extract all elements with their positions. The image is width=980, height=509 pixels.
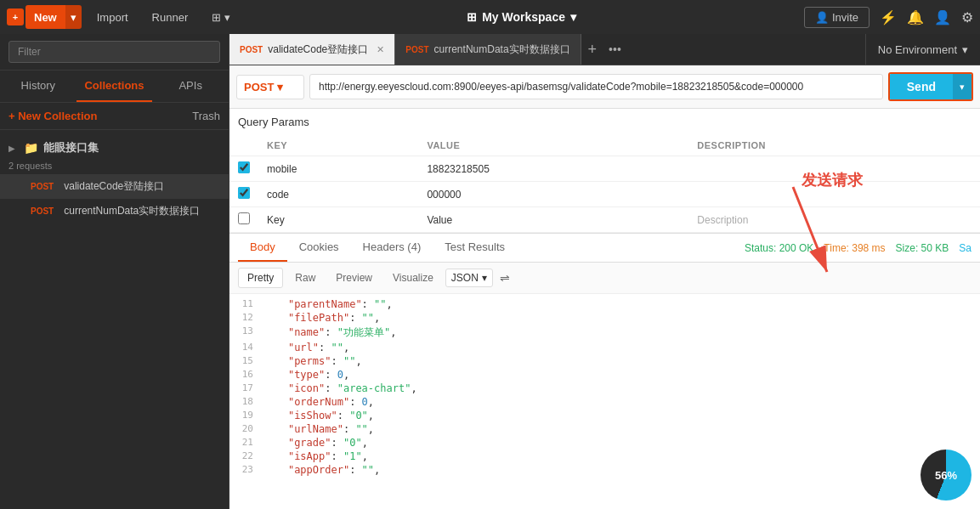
url-input[interactable]: [309, 74, 883, 99]
trash-button[interactable]: Trash: [192, 110, 220, 122]
no-environment-label: No Environment: [878, 43, 957, 56]
format-select[interactable]: JSON ▾: [445, 269, 493, 287]
send-dropdown-button[interactable]: ▾: [953, 74, 972, 99]
code-line: 22 "isApp": "1",: [229, 450, 980, 463]
send-btn-group: Send ▾: [888, 72, 973, 101]
param-key-1[interactable]: code: [258, 182, 418, 207]
method-chevron-icon: ▾: [277, 81, 283, 93]
code-line: 21 "grade": "0",: [229, 436, 980, 450]
sidebar-tab-history[interactable]: History: [0, 71, 76, 102]
query-params-title: Query Params: [229, 109, 980, 135]
request-item-0[interactable]: POST validateCode登陆接口: [0, 174, 229, 199]
code-toolbar: Pretty Raw Preview Visualize JSON ▾ ⇌: [229, 263, 980, 294]
request-item-1[interactable]: POST currentNumData实时数据接口: [0, 199, 229, 223]
status-text: Status: 200 OK: [745, 242, 813, 254]
status-info: Status: 200 OK Time: 398 ms Size: 50 KB …: [745, 242, 972, 254]
new-dropdown-button[interactable]: ▾: [65, 5, 82, 29]
widget-percent: 56%: [935, 469, 957, 482]
send-button[interactable]: Send: [890, 74, 953, 99]
request-bar: POST ▾ Send ▾: [229, 65, 980, 109]
code-view-visualize[interactable]: Visualize: [384, 269, 442, 287]
tabs-row-inner: POST validateCode登陆接口 ✕ POST currentNumD…: [229, 34, 865, 65]
code-view-pretty[interactable]: Pretty: [238, 268, 283, 288]
sidebar: History Collections APIs + New Collectio…: [0, 34, 229, 509]
sidebar-search-area: [0, 34, 229, 71]
param-key-0[interactable]: mobile: [258, 156, 418, 182]
collection-name: 能眼接口集: [43, 140, 99, 156]
settings-icon[interactable]: ⚙: [961, 9, 973, 25]
col-description: DESCRIPTION: [688, 135, 980, 156]
new-button[interactable]: New: [25, 5, 65, 29]
code-view-preview[interactable]: Preview: [327, 269, 381, 287]
code-line: 18 "orderNum": 0,: [229, 395, 980, 409]
param-key-2[interactable]: Key: [258, 207, 418, 233]
collection-count: 2 requests: [0, 161, 229, 174]
tab-method-1: POST: [405, 45, 428, 54]
sidebar-tab-apis[interactable]: APIs: [152, 71, 229, 102]
tab-item-1[interactable]: POST currentNumData实时数据接口: [395, 34, 581, 65]
request-name-0: validateCode登陆接口: [64, 179, 164, 194]
method-select[interactable]: POST ▾: [236, 75, 304, 99]
format-chevron-icon: ▾: [482, 272, 487, 284]
topbar: + New ▾ Import Runner ⊞ ▾ ⊞ My Workspace…: [0, 0, 980, 34]
query-params-section: Query Params KEY VALUE DESCRIPTION mobil…: [229, 109, 980, 234]
code-line: 23 "appOrder": "",: [229, 463, 980, 477]
method-badge-1: POST: [27, 206, 57, 217]
main-layout: History Collections APIs + New Collectio…: [0, 34, 980, 509]
collection-header[interactable]: ▶ 📁 能眼接口集: [0, 135, 229, 161]
col-value: VALUE: [418, 135, 688, 156]
filter-input[interactable]: [8, 41, 220, 63]
tab-close-0[interactable]: ✕: [377, 44, 384, 55]
param-value-1[interactable]: 000000: [418, 182, 688, 207]
param-row-1: code 000000: [229, 182, 980, 207]
workspace-name: My Workspace: [482, 10, 565, 24]
layout-button[interactable]: ⊞ ▾: [203, 8, 239, 27]
body-tab-cookies[interactable]: Cookies: [287, 234, 351, 262]
param-checkbox-0[interactable]: [238, 161, 250, 173]
param-checkbox-2[interactable]: [238, 212, 250, 224]
topbar-right: 👤 Invite ⚡ 🔔 👤 ⚙: [804, 7, 973, 28]
tabs-env-row: POST validateCode登陆接口 ✕ POST currentNumD…: [229, 34, 980, 65]
code-view-raw[interactable]: Raw: [286, 269, 324, 287]
tab-item-0[interactable]: POST validateCode登陆接口 ✕: [229, 34, 395, 65]
tab-label-0: validateCode登陆接口: [268, 42, 368, 57]
param-checkbox-1[interactable]: [238, 187, 250, 199]
environment-selector[interactable]: No Environment ▾: [865, 34, 980, 65]
param-value-2[interactable]: Value: [418, 207, 688, 233]
param-desc-0: [688, 156, 980, 182]
size-text: Size: 50 KB: [896, 242, 949, 254]
code-line: 13 "name": "功能菜单",: [229, 325, 980, 341]
invite-button[interactable]: 👤 Invite: [804, 7, 870, 28]
save-text[interactable]: Sa: [959, 242, 972, 254]
time-text: Time: 398 ms: [824, 242, 885, 254]
workspace-chevron-icon: ▾: [570, 10, 576, 24]
env-chevron-icon: ▾: [962, 43, 968, 56]
user-icon[interactable]: 👤: [934, 9, 951, 25]
body-tabs: Body Cookies Headers (4) Test Results St…: [229, 234, 980, 263]
import-button[interactable]: Import: [88, 8, 137, 27]
sidebar-tab-collections[interactable]: Collections: [76, 71, 153, 102]
bottom-widget[interactable]: 56%: [921, 450, 972, 501]
body-tab-headers[interactable]: Headers (4): [351, 234, 433, 262]
person-icon: 👤: [815, 11, 829, 24]
wifi-icon[interactable]: ⚡: [880, 9, 897, 25]
tab-more-button[interactable]: •••: [603, 42, 626, 56]
param-row-0: mobile 18823218505: [229, 156, 980, 182]
body-tab-test-results[interactable]: Test Results: [433, 234, 517, 262]
code-line: 15 "perms": "",: [229, 354, 980, 368]
body-tab-body[interactable]: Body: [238, 234, 287, 262]
wrap-icon[interactable]: ⇌: [496, 268, 513, 288]
param-value-0[interactable]: 18823218505: [418, 156, 688, 182]
param-desc-1: [688, 182, 980, 207]
method-badge-0: POST: [27, 181, 57, 192]
format-label: JSON: [451, 272, 479, 284]
notification-icon[interactable]: 🔔: [907, 9, 924, 25]
folder-icon: 📁: [24, 141, 38, 155]
param-desc-2[interactable]: Description: [688, 207, 980, 233]
param-row-2: Key Value Description: [229, 207, 980, 233]
new-collection-button[interactable]: + New Collection: [8, 110, 97, 122]
tab-add-button[interactable]: +: [581, 41, 604, 59]
code-viewer: Pretty Raw Preview Visualize JSON ▾ ⇌ 11…: [229, 263, 980, 509]
workspace-selector[interactable]: ⊞ My Workspace ▾: [246, 10, 797, 24]
runner-button[interactable]: Runner: [144, 8, 197, 27]
